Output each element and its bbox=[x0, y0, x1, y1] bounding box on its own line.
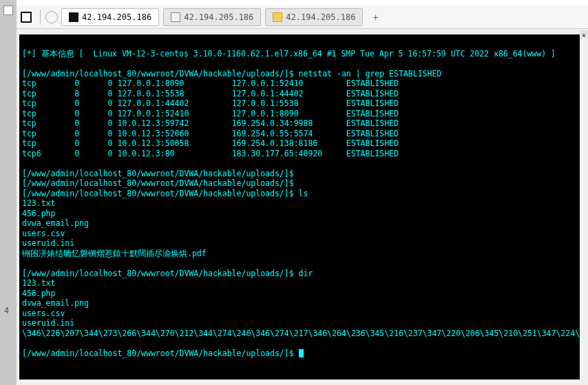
scroll-up-button[interactable]: ▲ bbox=[580, 30, 588, 39]
gutter-number: 4 bbox=[4, 306, 9, 315]
terminal-wrap: [*] 基本信息 [ Linux VM-12-3-centos 3.10.0-1… bbox=[17, 29, 588, 385]
window-scrollbar[interactable]: ▲ bbox=[580, 30, 588, 385]
toolbar: 42.194.205.186 42.194.205.186 42.194.205… bbox=[17, 6, 588, 29]
tab-file[interactable]: 42.194.205.186 bbox=[163, 8, 261, 26]
tab-add-button[interactable]: + bbox=[370, 12, 381, 23]
terminal-icon bbox=[69, 12, 78, 22]
terminal-output: [*] 基本信息 [ Linux VM-12-3-centos 3.10.0-1… bbox=[19, 34, 588, 358]
tab-folder[interactable]: 42.194.205.186 bbox=[265, 8, 363, 26]
tab-terminal[interactable]: 42.194.205.186 bbox=[61, 8, 159, 26]
content-area: [*] 基本信息 [ Linux VM-12-3-centos 3.10.0-1… bbox=[17, 29, 588, 385]
tab-label: 42.194.205.186 bbox=[82, 12, 151, 22]
tab-label: 42.194.205.186 bbox=[286, 12, 355, 22]
refresh-icon[interactable] bbox=[45, 10, 59, 24]
terminal[interactable]: [*] 基本信息 [ Linux VM-12-3-centos 3.10.0-1… bbox=[19, 34, 588, 379]
window-icon[interactable] bbox=[19, 10, 33, 24]
left-gutter bbox=[0, 0, 17, 385]
file-icon bbox=[171, 12, 180, 22]
grip-icon bbox=[3, 6, 13, 15]
folder-icon bbox=[273, 12, 282, 22]
tab-label: 42.194.205.186 bbox=[184, 12, 253, 22]
top-white-strip bbox=[17, 0, 588, 6]
divider bbox=[40, 10, 41, 25]
